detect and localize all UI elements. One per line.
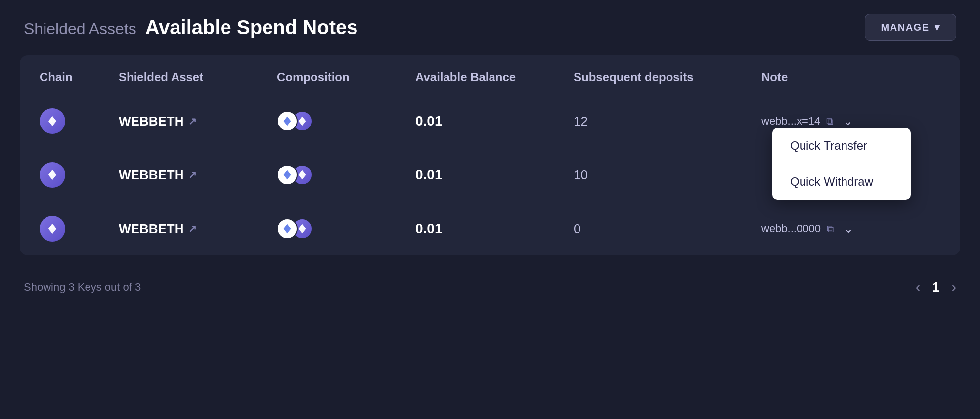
pagination-controls: ‹ 1 › [916, 279, 956, 295]
table-row: WEBBETH ↗ [20, 94, 960, 148]
svg-marker-1 [52, 116, 56, 122]
svg-marker-3 [48, 116, 52, 122]
spend-notes-table: Chain Shielded Asset Composition Availab… [20, 55, 960, 255]
svg-marker-8 [284, 117, 287, 122]
asset-name-cell: WEBBETH ↗ [119, 221, 277, 237]
svg-marker-16 [52, 170, 56, 176]
composition-cell [277, 218, 415, 239]
manage-button[interactable]: MANAGE ▾ [865, 14, 956, 41]
col-available-balance: Available Balance [415, 70, 574, 84]
chain-icon-ethereum [40, 108, 65, 134]
external-link-icon[interactable]: ↗ [188, 169, 197, 181]
prev-page-button[interactable]: ‹ [916, 280, 920, 294]
chain-icon-ethereum [40, 162, 65, 188]
col-note: Note [761, 70, 940, 84]
breadcrumb: Shielded Assets Available Spend Notes [24, 16, 357, 39]
showing-keys-text: Showing 3 Keys out of 3 [24, 281, 141, 293]
svg-marker-38 [284, 224, 287, 230]
deposits-cell: 0 [574, 221, 761, 237]
svg-marker-21 [287, 170, 291, 176]
table-row: WEBBETH ↗ [20, 202, 960, 255]
shielded-assets-breadcrumb: Shielded Assets [24, 20, 136, 38]
comp-icon-eth [277, 165, 298, 185]
col-subsequent-deposits: Subsequent deposits [574, 70, 761, 84]
external-link-icon[interactable]: ↗ [188, 115, 197, 127]
external-link-icon[interactable]: ↗ [188, 223, 197, 235]
chain-icon-ethereum [40, 216, 65, 242]
svg-marker-26 [302, 170, 306, 176]
table-footer: Showing 3 Keys out of 3 ‹ 1 › [0, 265, 980, 309]
chain-cell [40, 162, 119, 188]
composition-cell [277, 111, 415, 131]
note-text: webb...0000 [761, 222, 821, 235]
svg-marker-6 [287, 117, 291, 122]
col-composition: Composition [277, 70, 415, 84]
svg-marker-18 [48, 170, 52, 176]
page-header: Shielded Assets Available Spend Notes MA… [0, 0, 980, 50]
table-header-row: Chain Shielded Asset Composition Availab… [20, 55, 960, 94]
eth-diamond-icon [46, 115, 58, 127]
quick-withdraw-option[interactable]: Quick Withdraw [772, 164, 911, 200]
eth-diamond-icon [46, 223, 58, 235]
deposits-cell: 10 [574, 168, 761, 183]
composition-cell [277, 165, 415, 185]
chain-cell [40, 216, 119, 242]
comp-icon-eth [277, 111, 298, 131]
copy-icon[interactable]: ⧉ [827, 223, 834, 235]
current-page-number: 1 [932, 279, 940, 295]
next-page-button[interactable]: › [952, 280, 956, 294]
svg-marker-11 [302, 117, 306, 122]
note-cell: webb...x=14 ⧉ ⌄ Quick Transfer Quick Wit… [761, 114, 940, 128]
svg-marker-28 [299, 170, 302, 176]
col-chain: Chain [40, 70, 119, 84]
note-cell: webb...0000 ⧉ ⌄ [761, 222, 940, 236]
row-dropdown-menu: Quick Transfer Quick Withdraw [772, 128, 911, 200]
col-shielded-asset: Shielded Asset [119, 70, 277, 84]
expand-chevron-icon[interactable]: ⌄ [843, 114, 853, 128]
svg-marker-31 [52, 224, 56, 230]
manage-chevron-icon: ▾ [935, 21, 940, 33]
expand-chevron-icon[interactable]: ⌄ [844, 222, 853, 236]
asset-name-cell: WEBBETH ↗ [119, 114, 277, 129]
page-title: Available Spend Notes [145, 16, 358, 39]
copy-icon[interactable]: ⧉ [826, 116, 833, 127]
svg-marker-13 [299, 117, 302, 122]
note-text: webb...x=14 [761, 115, 820, 127]
svg-marker-33 [48, 224, 52, 230]
svg-marker-43 [299, 224, 302, 230]
chain-cell [40, 108, 119, 134]
balance-cell: 0.01 [415, 113, 574, 129]
balance-cell: 0.01 [415, 221, 574, 237]
svg-marker-41 [302, 224, 306, 230]
quick-transfer-option[interactable]: Quick Transfer [772, 128, 911, 164]
eth-diamond-icon [46, 169, 58, 181]
comp-icon-eth [277, 218, 298, 239]
deposits-cell: 12 [574, 114, 761, 129]
asset-name-cell: WEBBETH ↗ [119, 168, 277, 183]
svg-marker-36 [287, 224, 291, 230]
svg-marker-23 [284, 170, 287, 176]
balance-cell: 0.01 [415, 167, 574, 183]
